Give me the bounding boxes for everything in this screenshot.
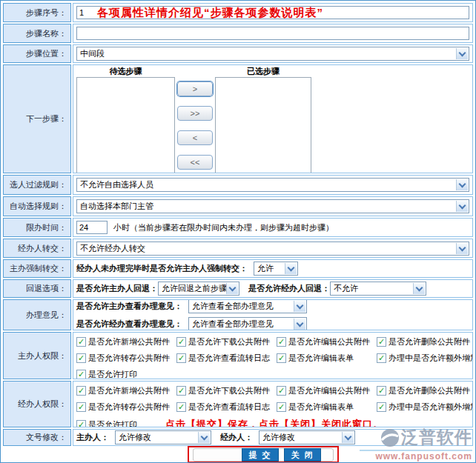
- person-filter-value: 不允许自由选择人员: [80, 179, 153, 190]
- checkbox-checked-icon: ✓: [76, 337, 86, 347]
- checkbox-checked-icon: ✓: [377, 386, 386, 396]
- doc-number-handler-label: 经办人：: [220, 432, 253, 443]
- rollback-owner-value: 允许回退之前步骤: [162, 283, 227, 294]
- checkbox-checked-icon: ✓: [76, 370, 86, 379]
- handler-transfer-select[interactable]: 不允许经办人转交: [76, 242, 469, 256]
- step-position-cell: 中间段: [73, 44, 473, 63]
- auto-select-cell: 自动选择本部门主管: [73, 196, 473, 216]
- owner-perm-checkbox-add-attachment[interactable]: ✓是否允许新增公共附件: [76, 336, 173, 347]
- handler-perm-checkbox-edit-form[interactable]: ✓是否允许编辑表单: [277, 402, 374, 413]
- chevron-down-icon: [342, 432, 354, 443]
- handler-transfer-cell: 不允许经办人转交: [73, 239, 473, 258]
- handler-perm-checkbox-download-attachment[interactable]: ✓是否允许下载公共附件: [176, 385, 274, 396]
- auto-select-select[interactable]: 自动选择本部门主管: [76, 199, 469, 213]
- chevron-down-icon: [456, 48, 468, 59]
- checkbox-checked-icon: ✓: [277, 353, 286, 363]
- next-step-label: 下一步骤：: [3, 64, 71, 173]
- checkbox-checked-icon: ✓: [377, 353, 386, 363]
- person-filter-select[interactable]: 不允许自由选择人员: [76, 178, 469, 192]
- available-steps-header: 待选步骤: [76, 67, 175, 77]
- owner-perm-checkbox-edit-attachment[interactable]: ✓是否允许编辑公共附件: [277, 336, 374, 347]
- handler-perm-checkbox-save-attachment[interactable]: ✓是否允许转存公共附件: [76, 402, 173, 413]
- force-transfer-value: 允许: [257, 263, 274, 274]
- force-transfer-label: 主办强制转交：: [3, 259, 71, 278]
- time-limit-note: 小时（当前步骤若在限办时间内未办理，则步骤为超时步骤）: [113, 222, 334, 233]
- owner-perm-checkbox-edit-form[interactable]: ✓是否允许编辑表单: [277, 353, 374, 364]
- checkbox-checked-icon: ✓: [176, 386, 186, 396]
- auto-select-value: 自动选择本部门主管: [80, 201, 153, 212]
- opinions-label: 办理意见：: [3, 299, 71, 330]
- chevron-down-icon: [413, 283, 425, 294]
- submit-button[interactable]: 提 交: [242, 448, 279, 462]
- footer-bar: 提 交 关 闭: [3, 447, 473, 462]
- owner-perm-checkbox-print[interactable]: ✓是否允许打印: [76, 369, 137, 379]
- step-position-label: 步骤位置：: [3, 44, 71, 63]
- opinions-owner-value: 允许查看全部办理意见: [192, 301, 274, 312]
- opinions-owner-select[interactable]: 允许查看全部办理意见: [188, 299, 307, 313]
- person-filter-cell: 不允许自由选择人员: [73, 175, 473, 195]
- doc-number-handler-select[interactable]: 允许修改: [259, 430, 355, 444]
- checkbox-checked-icon: ✓: [176, 402, 186, 412]
- move-all-left-button[interactable]: <<: [177, 155, 213, 170]
- opinions-handler-select[interactable]: 允许查看全部办理意见: [188, 317, 307, 331]
- available-steps-listbox[interactable]: [76, 77, 175, 173]
- opinions-owner-question: 是否允许主办查看办理意见：: [76, 301, 182, 312]
- step-name-input[interactable]: [76, 27, 469, 40]
- checkbox-checked-icon: ✓: [277, 402, 286, 412]
- force-transfer-cell: 经办人未办理完毕时是否允许主办人强制转交： 允许: [73, 259, 473, 278]
- doc-number-owner-select[interactable]: 允许修改: [115, 430, 211, 444]
- rollback-owner-select[interactable]: 允许回退之前步骤: [158, 282, 239, 296]
- chevron-down-icon: [285, 263, 297, 274]
- selected-steps-header: 已选步骤: [215, 67, 311, 77]
- checkbox-checked-icon: ✓: [377, 402, 386, 412]
- handler-perm-checkbox-delete-attachment[interactable]: ✓是否允许删除公共附件: [377, 385, 470, 396]
- time-limit-cell: 小时（当前步骤若在限办时间内未办理，则步骤为超时步骤）: [73, 218, 473, 237]
- checkbox-checked-icon: ✓: [277, 337, 286, 347]
- time-limit-label: 限办时间：: [3, 218, 71, 237]
- checkbox-checked-icon: ✓: [277, 386, 286, 396]
- handler-perm-checkbox-edit-attachment[interactable]: ✓是否允许编辑公共附件: [277, 385, 374, 396]
- handler-perm-checkbox-view-log[interactable]: ✓是否允许查看流转日志: [176, 402, 274, 413]
- move-left-button[interactable]: <: [177, 130, 213, 145]
- doc-number-owner-label: 主办人：: [76, 432, 109, 443]
- bottom-annotation: 点击【提交】保存，点击【关闭】关闭此窗口。: [165, 418, 383, 427]
- owner-perm-checkbox-download-attachment[interactable]: ✓是否允许下载公共附件: [176, 336, 274, 347]
- rollback-handler-select[interactable]: 不允许: [330, 282, 426, 296]
- owner-perm-checkbox-view-log[interactable]: ✓是否允许查看流转日志: [176, 353, 274, 364]
- doc-number-handler-value: 允许修改: [262, 432, 295, 443]
- rollback-handler-value: 不允许: [334, 283, 358, 294]
- checkbox-checked-icon: ✓: [176, 337, 186, 347]
- rollback-handler-question: 是否允许经办人回退：: [248, 283, 330, 294]
- step-position-value: 中间段: [80, 48, 105, 59]
- move-right-button[interactable]: >: [177, 81, 213, 96]
- close-button[interactable]: 关 闭: [284, 448, 321, 462]
- rollback-cell: 是否允许主办人回退： 允许回退之前步骤 是否允许经办人回退： 不允许: [73, 279, 473, 298]
- chevron-down-icon: [456, 201, 468, 212]
- doc-number-owner-value: 允许修改: [119, 432, 151, 443]
- checkbox-checked-icon: ✓: [176, 353, 186, 363]
- rollback-owner-question: 是否允许主办人回退：: [76, 283, 158, 294]
- checkbox-checked-icon: ✓: [76, 386, 86, 396]
- handler-perms-label: 经办人权限：: [3, 381, 71, 427]
- handler-transfer-label: 经办人转交：: [3, 239, 71, 258]
- step-position-select[interactable]: 中间段: [76, 47, 469, 61]
- owner-perm-checkbox-delete-attachment[interactable]: ✓是否允许删除公共附件: [377, 336, 470, 347]
- opinions-cell: 是否允许主办查看办理意见： 允许查看全部办理意见 是否允许经办查看办理意见： 允…: [73, 299, 473, 330]
- owner-perm-checkbox-extra-handler[interactable]: ✓办理中是否允许额外增加经办人: [377, 353, 473, 364]
- next-step-cell: 待选步骤 > >> < << 已选步骤: [73, 64, 473, 173]
- selected-steps-listbox[interactable]: [215, 77, 311, 173]
- person-filter-label: 选人过滤规则：: [3, 175, 71, 195]
- step-name-cell: [73, 24, 473, 43]
- handler-perm-checkbox-extra-handler[interactable]: ✓办理中是否允许额外增加经办人: [377, 402, 473, 413]
- move-all-right-button[interactable]: >>: [177, 106, 213, 121]
- force-transfer-select[interactable]: 允许: [254, 262, 298, 276]
- doc-number-cell: 主办人： 允许修改 经办人： 允许修改: [73, 429, 473, 446]
- time-limit-input[interactable]: [76, 221, 108, 234]
- owner-perm-checkbox-save-attachment[interactable]: ✓是否允许转存公共附件: [76, 353, 173, 364]
- step-name-label: 步骤名称：: [3, 24, 71, 43]
- chevron-down-icon: [198, 432, 210, 443]
- checkbox-checked-icon: ✓: [76, 353, 86, 363]
- handler-perm-checkbox-add-attachment[interactable]: ✓是否允许新增公共附件: [76, 385, 173, 396]
- chevron-down-icon: [294, 301, 305, 312]
- handler-perm-checkbox-print[interactable]: ✓是否允许打印: [76, 419, 137, 428]
